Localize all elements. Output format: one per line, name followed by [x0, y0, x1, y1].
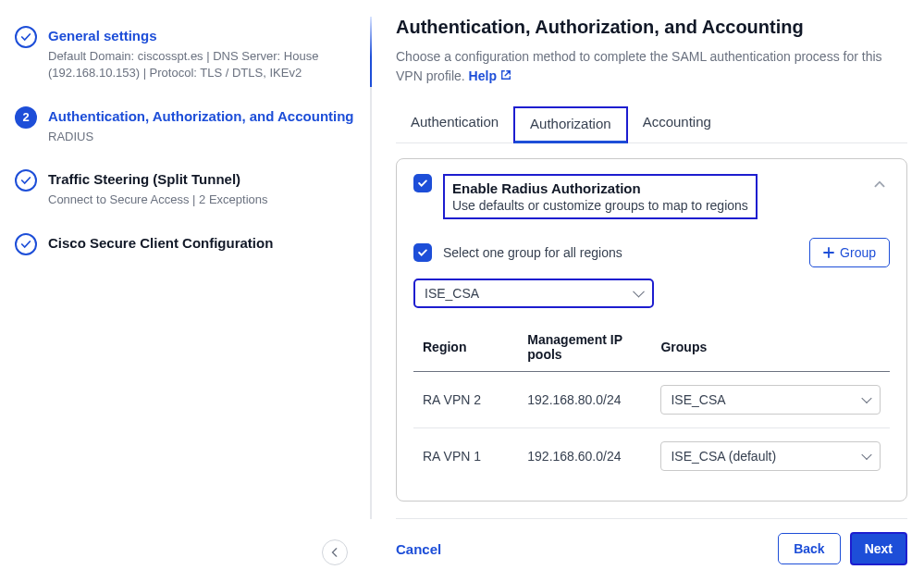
next-button[interactable]: Next: [850, 532, 907, 565]
th-groups: Groups: [651, 325, 890, 372]
check-icon: [15, 26, 37, 48]
table-row: RA VPN 2 192.168.80.0/24 ISE_CSA: [413, 372, 890, 428]
check-icon: [15, 233, 37, 255]
add-group-label: Group: [840, 245, 876, 260]
step-subtitle: RADIUS: [48, 129, 335, 145]
step-traffic-steering[interactable]: Traffic Steering (Split Tunnel) Connect …: [11, 169, 359, 208]
wizard-sidebar: General settings Default Domain: ciscoss…: [0, 0, 370, 582]
tab-accounting[interactable]: Accounting: [628, 106, 726, 142]
help-link-label: Help: [469, 68, 497, 83]
enable-radius-header: Enable Radius Authorization Use defaults…: [443, 174, 758, 219]
tab-bar: Authentication Authorization Accounting: [396, 106, 907, 143]
page-description: Choose a configuration method to complet…: [396, 47, 907, 86]
step-title[interactable]: Cisco Secure Client Configuration: [48, 234, 273, 253]
table-row: RA VPN 1 192.168.60.0/24 ISE_CSA (defaul…: [413, 428, 890, 485]
step-client-config[interactable]: Cisco Secure Client Configuration: [11, 233, 359, 255]
back-button[interactable]: Back: [778, 533, 840, 564]
step-general-settings[interactable]: General settings Default Domain: ciscoss…: [11, 26, 359, 82]
th-region: Region: [413, 325, 518, 372]
step-title[interactable]: Traffic Steering (Split Tunnel): [48, 170, 268, 189]
step-subtitle: Connect to Secure Access | 2 Exceptions: [48, 192, 268, 208]
cell-region: RA VPN 2: [413, 372, 518, 428]
enable-radius-title: Enable Radius Authorization: [452, 180, 748, 196]
step-title[interactable]: Authentication, Authorization, and Accou…: [48, 107, 354, 126]
authorization-panel: Enable Radius Authorization Use defaults…: [396, 158, 907, 502]
help-link[interactable]: Help: [469, 68, 511, 83]
step-number-icon: 2: [15, 106, 37, 129]
tab-authorization[interactable]: Authorization: [513, 106, 628, 143]
step-aaa[interactable]: 2 Authentication, Authorization, and Acc…: [11, 106, 359, 145]
select-one-group-label: Select one group for all regions: [443, 245, 622, 260]
cell-pool: 192.168.60.0/24: [518, 428, 651, 485]
step-title[interactable]: General settings: [48, 27, 335, 45]
cell-pool: 192.168.80.0/24: [518, 372, 651, 428]
check-icon: [15, 169, 37, 192]
add-group-button[interactable]: Group: [809, 238, 890, 267]
plus-icon: [823, 247, 834, 258]
chevron-up-icon[interactable]: [869, 174, 890, 194]
page-title: Authentication, Authorization, and Accou…: [396, 17, 907, 38]
main-content: Authentication, Authorization, and Accou…: [372, 0, 924, 582]
row-group-select[interactable]: ISE_CSA: [660, 385, 881, 415]
global-group-select[interactable]: ISE_CSA: [413, 279, 654, 308]
tab-authentication[interactable]: Authentication: [396, 106, 513, 142]
wizard-footer: Cancel Back Next: [396, 518, 907, 578]
row-group-select[interactable]: ISE_CSA (default): [660, 441, 881, 471]
th-pools: Management IP pools: [518, 325, 651, 372]
select-one-group-checkbox[interactable]: [413, 243, 432, 262]
enable-radius-sub: Use defaults or customize groups to map …: [452, 198, 748, 213]
external-link-icon: [500, 69, 511, 80]
cell-region: RA VPN 1: [413, 428, 518, 485]
cancel-button[interactable]: Cancel: [396, 541, 441, 557]
enable-radius-checkbox[interactable]: [413, 174, 432, 192]
region-groups-table: Region Management IP pools Groups RA VPN…: [413, 325, 890, 484]
step-subtitle: Default Domain: ciscosspt.es | DNS Serve…: [48, 48, 335, 81]
collapse-sidebar-button[interactable]: [322, 539, 348, 565]
